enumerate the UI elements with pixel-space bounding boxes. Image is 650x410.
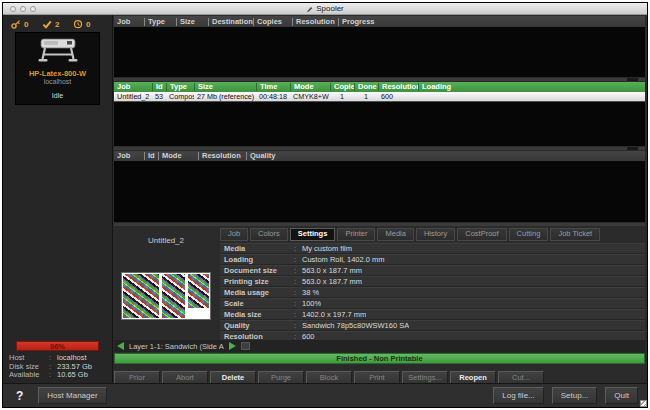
minimize-window-button[interactable] (20, 6, 26, 12)
tab-settings[interactable]: Settings (290, 228, 336, 241)
cell-id: 53 (152, 92, 166, 102)
bottom-bar: ? Host Manager Log file... Setup... Quit (3, 383, 647, 407)
thumbnail-3[interactable] (188, 274, 209, 308)
queue-col-type[interactable]: Type (144, 18, 176, 26)
check-icon (42, 15, 52, 33)
active-table-body[interactable] (114, 102, 645, 146)
queue-col-job[interactable]: Job (114, 18, 144, 26)
window-title-wrap: Spooler (3, 4, 647, 14)
log-file-button[interactable]: Log file... (493, 387, 543, 404)
queue-table: Job Type Size Destination Copies Resolut… (114, 16, 645, 77)
thumbnail-2[interactable] (162, 274, 185, 318)
spooler-app-icon (306, 5, 313, 14)
setting-document-size: Document size:563.0 x 187.7 mm (220, 265, 645, 276)
setup-button[interactable]: Setup... (552, 387, 598, 404)
counter-done-value: 2 (55, 20, 59, 29)
window-title: Spooler (316, 4, 344, 13)
queue-col-resolution[interactable]: Resolution (292, 18, 338, 26)
queue-table-body[interactable] (114, 27, 645, 77)
zoom-window-button[interactable] (30, 6, 36, 12)
active-table: Job Id Type Size Time Mode Copies Done R… (114, 82, 645, 146)
tab-cutting[interactable]: Cutting (509, 228, 549, 241)
table-row[interactable]: Untitled_2 53 Composite 27 Mb (reference… (114, 92, 645, 102)
clock-icon (73, 15, 83, 33)
counter-spooling: 0 (11, 15, 42, 33)
queue-col-size[interactable]: Size (176, 18, 208, 26)
job-counters: 0 2 0 (3, 15, 112, 32)
active-col-id[interactable]: Id (152, 83, 166, 91)
tab-printer[interactable]: Printer (337, 228, 375, 241)
close-window-button[interactable] (10, 6, 16, 12)
disk-info: 96% Host : localhost Disk size : 233.57 … (3, 341, 112, 383)
tab-job[interactable]: Job (220, 228, 248, 241)
tab-job-ticket[interactable]: Job Ticket (550, 228, 600, 241)
counter-waiting-value: 0 (86, 20, 90, 29)
job-detail-panel: Untitled_2 Job Colors Settings Printer (114, 227, 645, 340)
thumbnail-1[interactable] (123, 274, 159, 318)
cell-size: 27 Mb (reference) (194, 92, 256, 102)
active-col-job[interactable]: Job (114, 83, 152, 91)
tab-colors[interactable]: Colors (250, 228, 288, 241)
active-table-header: Job Id Type Size Time Mode Copies Done R… (114, 82, 645, 92)
active-col-loading[interactable]: Loading (418, 83, 645, 91)
setting-printing-size: Printing size:563.0 x 187.7 mm (220, 276, 645, 287)
counter-done: 2 (42, 15, 73, 33)
key-icon (11, 15, 21, 33)
splitter-3[interactable] (114, 223, 645, 226)
setting-media: Media:My custom film (220, 243, 645, 254)
splitter-2-grip[interactable] (627, 147, 638, 150)
disk-usage-bar: 96% (16, 341, 99, 351)
splitter-2[interactable] (114, 147, 645, 150)
detail-tabs: Job Colors Settings Printer Media Histor… (220, 228, 645, 241)
printer-panel: 0 2 0 (3, 15, 113, 383)
previous-layer-icon[interactable] (117, 342, 124, 350)
done-col-job[interactable]: Job (114, 152, 144, 160)
done-col-resolution[interactable]: Resolution (198, 152, 246, 160)
layer-indicator-box (241, 342, 250, 350)
splitter-1[interactable] (114, 78, 645, 81)
job-thumbnails[interactable] (121, 272, 211, 320)
quit-button[interactable]: Quit (605, 387, 638, 404)
done-col-mode[interactable]: Mode (158, 152, 198, 160)
layer-label: Layer 1-1: Sandwich (Side A (129, 342, 224, 351)
active-col-resolution[interactable]: Resolution (378, 83, 418, 91)
queue-col-progress[interactable]: Progress (338, 18, 645, 26)
job-detail-right: Job Colors Settings Printer Media Histor… (218, 227, 645, 340)
active-col-copies[interactable]: Copies (330, 83, 354, 91)
active-col-done[interactable]: Done (354, 83, 378, 91)
active-col-time[interactable]: Time (256, 83, 290, 91)
printer-status: Idle (16, 92, 99, 99)
counter-spooling-value: 0 (24, 20, 28, 29)
resize-grip[interactable] (640, 400, 647, 407)
host-manager-button[interactable]: Host Manager (38, 387, 106, 404)
tab-costproof[interactable]: CostProof (457, 228, 506, 241)
help-icon[interactable]: ? (16, 389, 23, 403)
active-col-size[interactable]: Size (194, 83, 256, 91)
tab-history[interactable]: History (416, 228, 455, 241)
splitter-1-grip[interactable] (627, 78, 638, 81)
setting-loading: Loading:Custom Roll, 1402.0 mm (220, 254, 645, 265)
active-col-type[interactable]: Type (166, 83, 194, 91)
done-col-quality[interactable]: Quality (246, 152, 645, 160)
spooler-window: Spooler 0 2 0 (2, 2, 648, 408)
counter-waiting: 0 (73, 15, 104, 33)
done-table-header: Job Id Mode Resolution Quality (114, 151, 645, 161)
window-controls (10, 6, 36, 12)
disk-available-label: Available (9, 371, 49, 380)
cell-mode: CMYK8+W (290, 92, 330, 102)
printer-tile[interactable]: HP-Latex-800-W localhost Idle (15, 32, 100, 105)
queue-col-destination[interactable]: Destination (208, 18, 253, 26)
layer-navigation-bar: Layer 1-1: Sandwich (Side A (114, 340, 645, 352)
bottom-right-buttons: Log file... Setup... Quit (493, 387, 638, 404)
setting-media-size: Media size:1402.0 x 197.7 mm (220, 309, 645, 320)
title-bar: Spooler (3, 3, 647, 15)
disk-available-row: Available : 10.65 Gb (3, 371, 112, 380)
queue-col-copies[interactable]: Copies (253, 18, 292, 26)
active-col-mode[interactable]: Mode (290, 83, 330, 91)
done-col-id[interactable]: Id (144, 152, 158, 160)
tab-media[interactable]: Media (377, 228, 413, 241)
next-layer-icon[interactable] (229, 342, 236, 350)
done-table-body[interactable] (114, 161, 645, 222)
cell-type: Composite (166, 92, 194, 102)
cell-done: 1 (354, 92, 378, 102)
